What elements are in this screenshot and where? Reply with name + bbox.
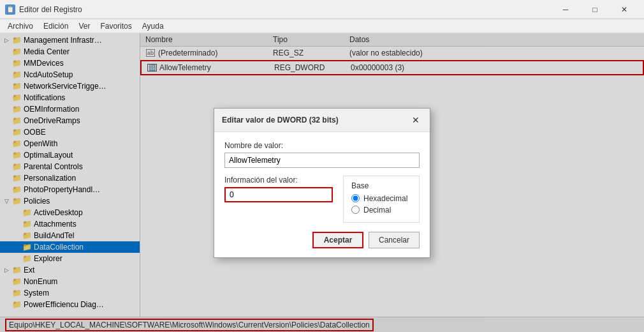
menu-favoritos[interactable]: Favoritos [95,20,136,32]
dialog-data-row: Información del valor: Base Hexadecimal … [224,176,420,223]
app-icon: 📋 [5,4,15,15]
accept-button[interactable]: Aceptar [312,232,363,248]
dec-label: Decimal [363,206,391,215]
title-bar: 📋 Editor del Registro ─ □ ✕ [0,0,644,19]
value-name-field: Nombre de valor: [224,141,420,168]
base-group: Base Hexadecimal Decimal [343,176,420,223]
dialog-body: Nombre de valor: Información del valor: … [214,132,430,257]
hex-label: Hexadecimal [363,194,407,203]
maximize-button[interactable]: □ [580,0,610,19]
dialog-overlay: Editar valor de DWORD (32 bits) ✕ Nombre… [0,33,644,332]
cancel-button[interactable]: Cancelar [369,232,420,248]
window-title: Editor del Registro [19,5,551,14]
hex-radio-row: Hexadecimal [351,194,411,203]
menu-ver[interactable]: Ver [73,20,95,32]
value-name-input[interactable] [224,153,420,168]
dialog-buttons: Aceptar Cancelar [224,232,420,248]
value-data-label: Información del valor: [224,176,333,185]
minimize-button[interactable]: ─ [551,0,580,19]
menu-edicion[interactable]: Edición [38,20,73,32]
dialog-title: Editar valor de DWORD (32 bits) [222,116,339,124]
menu-ayuda[interactable]: Ayuda [137,20,169,32]
value-data-input[interactable] [224,187,333,202]
dialog-title-bar: Editar valor de DWORD (32 bits) ✕ [214,109,430,132]
hex-radio[interactable] [351,194,360,202]
menu-archivo[interactable]: Archivo [3,20,38,32]
window-controls: ─ □ ✕ [551,0,639,19]
base-label: Base [351,181,411,190]
dec-radio-row: Decimal [351,206,411,215]
dec-radio[interactable] [351,206,360,214]
value-name-label: Nombre de valor: [224,141,420,150]
close-button[interactable]: ✕ [610,0,639,19]
dialog-close-button[interactable]: ✕ [409,114,422,126]
value-data-field: Información del valor: [224,176,333,202]
menu-bar: Archivo Edición Ver Favoritos Ayuda [0,19,644,33]
edit-dword-dialog: Editar valor de DWORD (32 bits) ✕ Nombre… [214,108,430,258]
